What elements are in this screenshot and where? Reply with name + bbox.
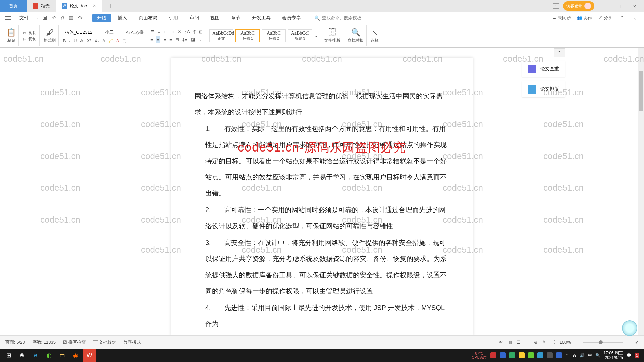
new-tab-button[interactable]: + [102, 2, 120, 10]
ime-icon[interactable]: 中 [588, 353, 592, 358]
notifications-icon[interactable]: 💬 [626, 353, 631, 358]
chevron-up-icon[interactable]: ⌃ [619, 15, 626, 21]
tab-document[interactable]: W 论文.doc × [56, 0, 102, 12]
window-count-badge[interactable]: 1 [553, 3, 559, 9]
align-left-icon[interactable]: ≡ [150, 37, 153, 42]
tab-home[interactable]: 首页 [0, 0, 27, 12]
explorer-icon[interactable]: 🗀 [56, 349, 69, 362]
border-icon[interactable]: ⊞ [199, 29, 203, 34]
line-spacing-icon[interactable]: ↕A [185, 29, 190, 34]
font-name-select[interactable] [63, 28, 103, 36]
clear-format-icon[interactable]: ◇ [136, 30, 139, 35]
menu-ref[interactable]: 引用 [164, 14, 183, 22]
close-button[interactable]: × [629, 3, 641, 9]
menu-member[interactable]: 会员专享 [277, 14, 306, 22]
edit-icon[interactable]: ✎ [542, 340, 546, 345]
zoom-level[interactable]: 100% [560, 340, 571, 345]
save-icon[interactable]: 🖫 [41, 15, 49, 21]
font-size-select[interactable] [103, 28, 123, 36]
menu-chapter[interactable]: 章节 [226, 14, 245, 22]
vertical-scrollbar[interactable] [638, 48, 644, 335]
spell-check-toggle[interactable]: ☑ 拼写检查 [63, 339, 86, 345]
app-icon[interactable]: ◉ [69, 349, 83, 362]
undo-icon[interactable]: ↶ [51, 15, 58, 21]
style-heading3[interactable]: AaBbCcI标题 3 [288, 29, 312, 42]
doc-check-button[interactable]: ▤ 文档校对 [93, 339, 116, 345]
taskbar-clock[interactable]: 17:06 周三2021/8/25 [604, 351, 623, 360]
share-button[interactable]: ↗ 分享 [598, 15, 612, 21]
menu-layout[interactable]: 页面布局 [134, 14, 162, 22]
text-layout-icon[interactable]: ⿲ [329, 28, 336, 37]
style-heading2[interactable]: AaBbC标题 2 [262, 29, 286, 42]
notification-badge[interactable]: 1 [635, 353, 639, 358]
brush-icon[interactable]: 🖌 [46, 28, 53, 37]
tray-icon[interactable] [509, 352, 515, 358]
start-button[interactable]: ⊞ [2, 349, 15, 362]
subscript-icon[interactable]: X₂ [94, 38, 99, 43]
chevron-down-icon[interactable]: ⌄ [632, 15, 639, 21]
number-list-icon[interactable]: ≡ [158, 29, 160, 34]
cut-icon[interactable]: ✂ [23, 30, 26, 35]
assistant-robot-icon[interactable] [622, 320, 637, 336]
strike-icon[interactable]: A̶ [80, 38, 83, 43]
document-page[interactable]: 网络体系结构，才能充分发挥计算机信息管理的优势。根据现实生活中网民的实际需求，本… [171, 58, 473, 335]
bluetooth-icon[interactable] [556, 352, 562, 358]
menu-file[interactable]: 文件 [15, 14, 34, 22]
scrollbar-thumb[interactable] [639, 71, 643, 111]
decrease-font-icon[interactable]: A↓ [131, 30, 136, 35]
preview-icon[interactable]: ▤ [67, 15, 75, 21]
guest-login-button[interactable]: 访客登录 [563, 1, 594, 11]
tray-expand-icon[interactable]: ⌃ [566, 353, 569, 358]
sync-status[interactable]: ☁ 未同步 [552, 15, 571, 21]
tray-icon[interactable] [537, 352, 543, 358]
menu-start[interactable]: 开始 [92, 14, 111, 22]
font-color-icon[interactable]: A [116, 38, 119, 43]
align-justify-icon[interactable]: ≡ [169, 37, 172, 42]
align-right-icon[interactable]: ≡ [164, 37, 166, 42]
distribute-icon[interactable]: ⊟ [175, 37, 179, 42]
text-effect-icon[interactable]: A [102, 38, 105, 43]
taskbar-app-icon[interactable]: ❀ [15, 349, 29, 362]
paper-check-button[interactable]: 论文查重 [522, 61, 565, 77]
view-outline-icon[interactable]: ☰ [517, 340, 521, 345]
minimize-button[interactable]: — [598, 3, 610, 9]
ie-icon[interactable]: e [29, 349, 42, 362]
show-marks-icon[interactable]: ¶ [193, 29, 196, 34]
line-height-icon[interactable]: ‡≡ [182, 37, 187, 42]
command-search-input[interactable] [322, 15, 369, 20]
menu-devtools[interactable]: 开发工具 [247, 14, 275, 22]
view-web-icon[interactable]: ⊕ [534, 340, 538, 345]
eye-icon[interactable]: 👁 [499, 340, 503, 345]
copy-icon[interactable]: ⎘ [23, 37, 26, 42]
menu-insert[interactable]: 插入 [113, 14, 132, 22]
volume-icon[interactable]: 🔊 [580, 353, 585, 358]
superscript-icon[interactable]: X² [87, 38, 91, 43]
browser-icon[interactable]: ◐ [42, 349, 56, 362]
search-icon[interactable]: 🔍 [351, 28, 360, 37]
menu-view[interactable]: 视图 [206, 14, 224, 22]
tab-daoke[interactable]: 稻壳 [27, 0, 56, 12]
tray-icon[interactable] [490, 352, 496, 358]
sort-icon[interactable]: ✕ [178, 29, 181, 34]
menu-review[interactable]: 审阅 [185, 14, 204, 22]
style-heading1[interactable]: AaBbC标题 1 [235, 29, 260, 42]
word-count[interactable]: 字数: 11335 [33, 339, 56, 345]
paper-layout-button[interactable]: 论文排版 [522, 81, 565, 97]
cursor-icon[interactable]: ↖ [372, 28, 378, 37]
network-icon[interactable]: 🖧 [572, 353, 576, 358]
underline-icon[interactable]: U [74, 38, 77, 43]
tab-stop-icon[interactable]: ⤓ [198, 37, 202, 42]
wps-icon[interactable]: W [83, 349, 96, 362]
fit-icon[interactable]: ⛶ [551, 340, 555, 345]
zoom-slider[interactable] [583, 342, 623, 343]
indent-icon[interactable]: ⇥ [171, 29, 174, 34]
print-icon[interactable]: ⎙ [60, 15, 65, 21]
zoom-out-icon[interactable]: − [576, 340, 578, 345]
char-border-icon[interactable]: ▢ [122, 38, 126, 43]
close-icon[interactable]: × [93, 3, 96, 9]
tray-icon[interactable] [528, 352, 534, 358]
italic-icon[interactable]: I [69, 38, 70, 43]
outdent-icon[interactable]: ⇤ [164, 29, 167, 34]
menu-icon[interactable] [5, 18, 11, 18]
bullet-list-icon[interactable]: ☰ [150, 29, 154, 34]
